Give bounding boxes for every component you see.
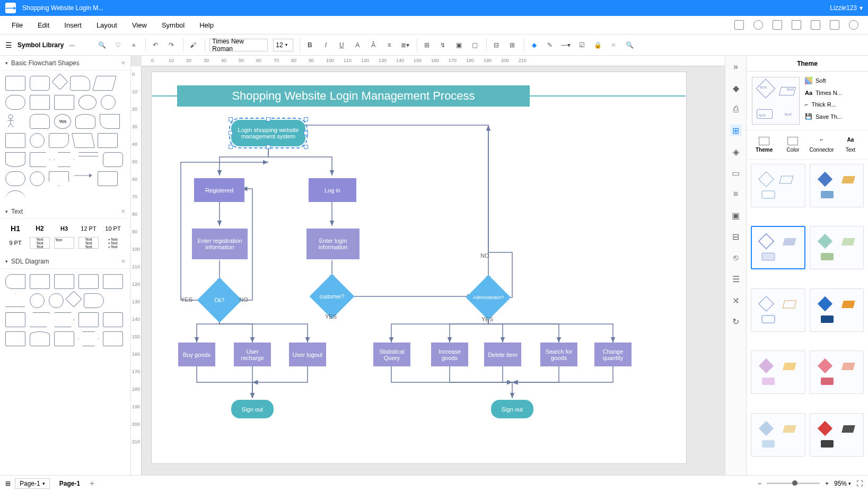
page-tab-1[interactable]: Page-1 [54,479,85,488]
page-selector[interactable]: Page-1▾ [15,478,50,489]
undo-button[interactable]: ↶ [150,40,161,50]
image-tool-icon[interactable]: ▣ [730,209,742,221]
font-size-select[interactable]: 12▾ [273,39,293,51]
zoom-out-button[interactable]: − [758,480,761,487]
shape-rounded2[interactable] [103,152,123,167]
edit-button[interactable]: ☑ [576,40,587,50]
node-customer[interactable]: customer? [316,280,348,312]
theme-card-10[interactable] [810,413,864,457]
sdl-shape-9[interactable] [54,312,74,327]
text-block1[interactable]: TextTextText [30,237,50,249]
text-h1[interactable]: H1 [5,224,25,233]
user-menu[interactable]: Lizzie123 ▾ [830,4,863,12]
fill-color-button[interactable]: ◆ [529,40,539,50]
link-icon[interactable]: ⎋ [730,252,742,264]
align-button[interactable]: ≡ [384,40,394,50]
shape-predefined[interactable] [30,95,50,110]
shape-connector[interactable] [30,133,45,148]
sdl-circle[interactable] [49,293,64,308]
shape-rounded[interactable] [30,76,50,91]
sdl-shape-7[interactable] [5,312,25,327]
node-signout2[interactable]: Sign out [491,400,533,418]
lock-button[interactable]: 🔒 [592,40,603,50]
diagram-title[interactable]: Shopping Website Login Management Proces… [177,85,530,107]
sdl-shape-15[interactable] [78,331,99,346]
menu-insert[interactable]: Insert [57,16,89,34]
node-delete[interactable]: Delete item [484,343,521,366]
tools-button[interactable]: ✕ [608,40,619,50]
theme-card-5[interactable] [751,288,805,332]
zoom-in-button[interactable]: + [825,480,829,487]
node-ok[interactable]: Ok? [204,284,235,316]
sdl-shape-16[interactable] [103,331,123,346]
tab-connector[interactable]: ⌐Connector [808,135,836,155]
shape-arc[interactable] [5,190,25,199]
shape-note[interactable] [98,171,118,186]
theme-card-9[interactable] [751,413,805,457]
text-10pt[interactable]: 10 PT [103,225,123,232]
node-signout1[interactable]: Sign out [231,400,274,418]
theme-card-1[interactable] [751,164,805,207]
text-block3[interactable]: TextTextText [78,237,99,249]
shape-doc[interactable] [5,152,25,167]
zoom-slider[interactable] [767,483,820,484]
bold-button[interactable]: B [304,40,315,50]
shape-pill[interactable] [5,171,25,186]
text-tool-button[interactable]: ⊞ [422,40,432,50]
sdl-shape-2[interactable] [30,274,50,289]
download-icon[interactable] [792,20,801,30]
theme-tool-icon[interactable]: ⊞ [730,125,742,136]
connector-tool-button[interactable]: ↯ [437,40,448,50]
tab-text[interactable]: AaText [836,135,865,155]
node-change[interactable]: Change quantity [594,343,632,366]
text-block2[interactable]: Text [54,237,74,249]
menu-layout[interactable]: Layout [89,16,125,34]
text-h3[interactable]: H3 [54,225,74,232]
tab-theme[interactable]: Theme [750,135,778,155]
history-icon[interactable]: ↻ [730,315,742,327]
font-family-select[interactable]: Times New Roman [209,39,268,51]
node-buy[interactable]: Buy goods [178,343,215,366]
shape-card[interactable] [100,114,120,129]
theme-card-7[interactable] [751,350,805,394]
underline-button[interactable]: U [336,40,347,50]
container-button[interactable]: ▣ [453,40,464,50]
fullscreen-button[interactable]: ⛶ [856,480,863,487]
node-enter-reg[interactable]: Enter registration information [192,229,248,259]
accordion-text[interactable]: ▾ Text × [0,204,130,219]
menu-edit[interactable]: Edit [30,16,57,34]
sdl-shape-4[interactable] [78,274,99,289]
symbol-library-label[interactable]: Symbol Library [17,41,64,49]
sdl-shape-1[interactable] [5,274,25,289]
sdl-triangle[interactable] [5,293,25,307]
shape-person[interactable] [30,114,50,129]
theme-connector-row[interactable]: ⌐Thick R... [805,101,863,108]
presentation-icon[interactable]: ▭ [730,167,742,179]
app-logo[interactable]: ⟶ [5,3,16,13]
accordion-basic-shapes[interactable]: ▾ Basic Flowchart Shapes × [0,56,130,71]
save-icon[interactable] [773,20,782,30]
node-recharge[interactable]: User recharge [234,343,271,366]
text-12pt[interactable]: 12 PT [78,225,99,232]
shape-manual-input[interactable] [72,133,95,148]
image-button[interactable]: ▢ [469,40,480,50]
sdl-shape-13[interactable] [30,331,50,346]
data-icon[interactable]: ≡ [730,188,742,200]
canvas[interactable]: Shopping Website Login Management Proces… [151,72,687,464]
chevron-up-icon[interactable]: ︿ [69,40,75,49]
menu-symbol[interactable]: Symbol [154,16,192,34]
layers-icon[interactable]: ◈ [730,146,742,157]
format-painter-icon[interactable]: 🖌 [188,40,198,50]
fill-tool-icon[interactable]: ◆ [730,82,742,94]
sdl-shape-14[interactable] [54,331,74,346]
node-enter-login[interactable]: Enter login information [306,229,360,259]
tab-color[interactable]: Color [778,135,807,155]
outline-icon[interactable]: ⊟ [730,231,742,242]
sdl-shape-11[interactable] [103,312,123,327]
sdl-shape-6[interactable] [84,293,104,308]
shape-data[interactable] [92,76,117,91]
accordion-sdl[interactable]: ▾ SDL Diagram × [0,254,130,269]
shape-frame[interactable] [5,133,25,148]
shape-loop[interactable] [98,133,118,148]
sdl-diamond[interactable] [65,291,82,307]
